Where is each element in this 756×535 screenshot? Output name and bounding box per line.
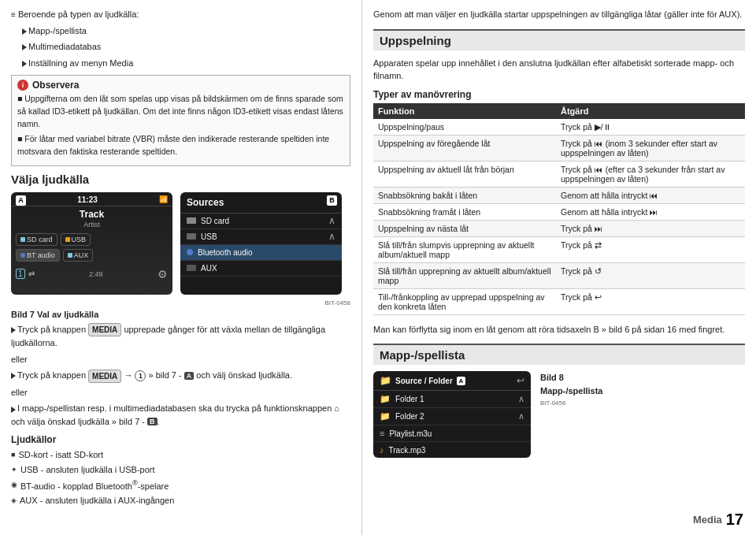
uppspelning-body: Apparaten spelar upp innehållet i den an… xyxy=(373,57,745,83)
manover-table: Funktion Åtgärd Uppspelning/paus Tryck p… xyxy=(373,103,745,315)
source-aux-item: ◈ AUX - ansluten ljudkälla i AUX-ingånge… xyxy=(11,493,350,508)
table-row: Uppspelning av föregående låt Tryck på ⏮… xyxy=(373,135,745,161)
usb-label: USB xyxy=(72,236,87,243)
action-7: Tryck på ⇄ xyxy=(556,236,745,262)
source-usb-item: ✦ USB - ansluten ljudkälla i USB-port xyxy=(11,463,350,477)
screen-b: Sources ↩ SD card ∧ USB ∧ xyxy=(180,192,342,295)
mapp-label-a: A xyxy=(457,377,465,385)
action-1: Tryck på ▶/⏸ xyxy=(556,119,745,136)
action-5: Genom att hålla intryckt ⏭ xyxy=(556,203,745,220)
usb-bullet: ✦ xyxy=(11,464,17,476)
num-1: 1 xyxy=(135,370,146,381)
screen-a-bottom: 1 ⇄ 2:49 ⚙ xyxy=(11,266,172,282)
instruction-3: I mapp-/spellistan resp. i multimediadat… xyxy=(11,402,350,428)
src-btn-sd: SD card xyxy=(16,233,57,246)
mapp-caption: Bild 8Mapp-/spellista xyxy=(540,371,602,397)
label-b-ref: B xyxy=(147,418,158,425)
playlist-name: Playlist.m3u xyxy=(389,429,432,438)
source-item-usb: USB ∧ xyxy=(180,229,342,245)
sources-title-heading: Ljudkällor xyxy=(11,434,350,445)
mapp-caption-area: Bild 8Mapp-/spellista BIT-0456 xyxy=(540,371,602,407)
or-1: eller xyxy=(11,353,350,366)
func-3: Uppspelning av aktuell låt från början xyxy=(373,161,556,187)
mapp-item-folder2: 📁 Folder 2 ∧ xyxy=(373,408,531,425)
or-2: eller xyxy=(11,386,350,399)
intro-line-2: Mapp-/spellista xyxy=(22,24,350,38)
screen-b-label: B xyxy=(327,195,337,206)
obs-text-2: ■ För låtar med variabel bitrate (VBR) m… xyxy=(17,133,344,158)
bt-icon xyxy=(187,249,193,255)
sd-label: SD card xyxy=(27,236,53,243)
func-1: Uppspelning/paus xyxy=(373,119,556,136)
track-icon: ♪ xyxy=(380,445,384,455)
source-bt-label: Bluetooth audio xyxy=(198,248,253,257)
obs-icon: i xyxy=(17,80,28,91)
func-9: Till-/frånkoppling av upprepad uppspelni… xyxy=(373,288,556,314)
mapp-item-folder1: 📁 Folder 1 ∧ xyxy=(373,391,531,408)
folder1-icon: 📁 xyxy=(380,394,391,404)
screen-a-label: A xyxy=(16,195,26,206)
func-5: Snabbsökning framåt i låten xyxy=(373,203,556,220)
usb-chevron: ∧ xyxy=(328,231,335,242)
usb-text: USB - ansluten ljudkälla i USB-port xyxy=(20,463,155,477)
usb-dot xyxy=(65,237,70,242)
note-text: Man kan förflytta sig inom en låt genom … xyxy=(373,323,745,336)
screen-a-time: 11:23 xyxy=(77,195,98,204)
func-6: Uppspelning av nästa låt xyxy=(373,220,556,236)
func-4: Snabbsökning bakåt i låten xyxy=(373,187,556,203)
observera-box: i Observera ■ Uppgifterna om den låt som… xyxy=(11,75,350,166)
mapp-source-folder: Source / Folder xyxy=(395,377,453,385)
sd-chevron: ∧ xyxy=(328,215,335,226)
mapp-header-left: 📁 Source / Folder A xyxy=(380,375,465,386)
mapp-screen: 📁 Source / Folder A ↩ 📁 Folder 1 ∧ 📁 Fol… xyxy=(373,371,531,458)
progress-time: 2:49 xyxy=(89,270,103,278)
instruction-2: Tryck på knappen MEDIA → 1 » bild 7 - A … xyxy=(11,369,350,383)
source-item-bt: Bluetooth audio xyxy=(180,245,342,261)
table-row: Slå till/från slumpvis upprepning av akt… xyxy=(373,236,745,262)
screen-a: A 11:23 📶 Track Artist SD card USB xyxy=(11,192,172,295)
mapp-item-playlist: ≡ Playlist.m3u xyxy=(373,425,531,442)
source-aux-label: AUX xyxy=(201,264,217,273)
sd-dot xyxy=(20,237,25,242)
progress-row: 2:49 xyxy=(89,270,103,278)
mapp-back-btn: ↩ xyxy=(517,375,524,386)
playlist-icon: ≡ xyxy=(380,429,384,438)
source-item-sd: SD card ∧ xyxy=(180,214,342,229)
action-2: Tryck på ⏮ (inom 3 sekunder efter start … xyxy=(556,135,745,161)
source-sd: ■ SD-kort - isatt SD-kort xyxy=(11,448,350,463)
action-9: Tryck på ↩ xyxy=(556,288,745,314)
table-row: Uppspelning av aktuell låt från början T… xyxy=(373,161,745,187)
aux-bullet: ◈ xyxy=(11,495,17,507)
src-btn-aux: AUX xyxy=(63,249,94,262)
source-usb-label: USB xyxy=(201,232,217,241)
intro-line-4: Inställning av menyn Media xyxy=(22,57,350,70)
screen-a-sources: SD card USB xyxy=(11,232,172,247)
action-6: Tryck på ⏭ xyxy=(556,220,745,236)
source-sd-label: SD card xyxy=(201,217,229,225)
media-key-1: MEDIA xyxy=(88,323,121,336)
intro-text: Genom att man väljer en ljudkälla starta… xyxy=(373,8,745,21)
aux-text: AUX - ansluten ljudkälla i AUX-ingången xyxy=(20,493,174,508)
col-action: Åtgärd xyxy=(556,103,745,119)
queue-icon: 1 xyxy=(16,269,25,279)
uppspelning-heading: Uppspelning xyxy=(373,29,745,50)
folder1-name: Folder 1 xyxy=(395,395,424,403)
track-name: Track.mp3 xyxy=(389,446,426,455)
screen-a-top: 11:23 📶 xyxy=(11,192,172,206)
table-row: Snabbsökning framåt i låten Genom att hå… xyxy=(373,203,745,220)
folder1-chevron: ∧ xyxy=(518,394,524,404)
table-row: Snabbsökning bakåt i låten Genom att hål… xyxy=(373,187,745,203)
obs-text-1: ■ Uppgifterna om den låt som spelas upp … xyxy=(17,93,344,130)
source-item-aux: AUX xyxy=(180,261,342,277)
source-bt-item: ◉ BT-audio - kopplad Bluetooth®-spelare xyxy=(11,477,350,493)
action-4: Genom att hålla intryckt ⏮ xyxy=(556,187,745,203)
mapp-screen-header: 📁 Source / Folder A ↩ xyxy=(373,371,531,391)
sd-text: SD-kort - isatt SD-kort xyxy=(18,448,103,463)
src-btn-usb: USB xyxy=(61,233,91,246)
screen-b-header: Sources ↩ xyxy=(180,192,342,214)
bit-label: BIT-0458 xyxy=(11,299,350,307)
left-column: ≡ Beroende på typen av ljudkälla: Mapp-/… xyxy=(0,0,362,535)
table-row: Uppspelning/paus Tryck på ▶/⏸ xyxy=(373,119,745,136)
footer: Media 17 xyxy=(693,511,743,529)
mapp-heading: Mapp-/spellista xyxy=(373,344,745,365)
